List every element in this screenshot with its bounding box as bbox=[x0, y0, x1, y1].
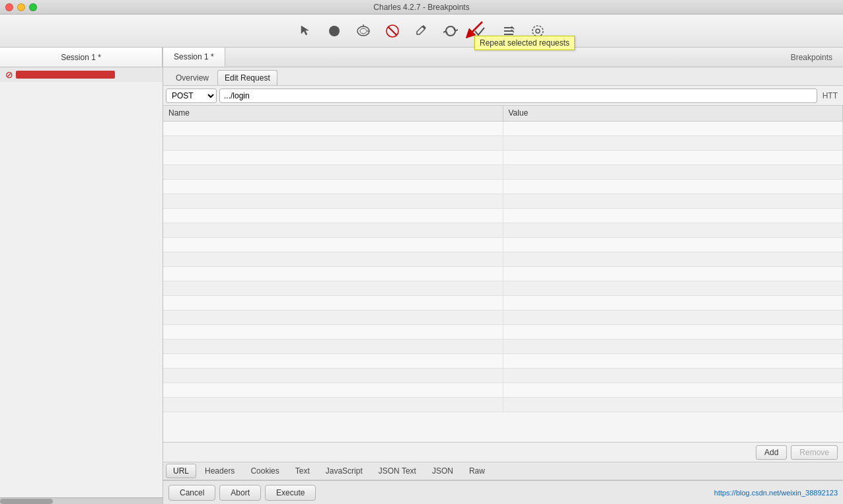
window-controls bbox=[5, 3, 37, 11]
sidebar-spacer bbox=[0, 82, 163, 497]
session-tab[interactable]: Session 1 * bbox=[0, 48, 163, 67]
table-row[interactable] bbox=[163, 369, 843, 383]
url-bar: POST GET PUT DELETE PATCH HTT bbox=[163, 86, 843, 106]
sidebar-item[interactable]: ⊘ bbox=[0, 67, 163, 82]
blurred-url bbox=[16, 71, 115, 79]
maximize-button[interactable] bbox=[29, 3, 37, 11]
table-row[interactable] bbox=[163, 151, 843, 165]
table-rows bbox=[163, 122, 843, 412]
record-button[interactable] bbox=[322, 19, 346, 43]
table-row[interactable] bbox=[163, 180, 843, 194]
add-remove-bar: Add Remove bbox=[163, 442, 843, 462]
svg-point-0 bbox=[329, 26, 340, 36]
footer-bar: Cancel Abort Execute https://blog.csdn.n… bbox=[163, 480, 843, 504]
remove-button[interactable]: Remove bbox=[791, 445, 838, 460]
footer-buttons: Cancel Abort Execute bbox=[168, 485, 316, 501]
table-row[interactable] bbox=[163, 267, 843, 281]
table-row[interactable] bbox=[163, 136, 843, 151]
tab-overview[interactable]: Overview bbox=[168, 70, 216, 85]
toolbar bbox=[0, 15, 843, 48]
content-tabs: Overview Edit Request bbox=[163, 67, 843, 86]
tab-json-text[interactable]: JSON Text bbox=[371, 464, 423, 478]
stop-button[interactable] bbox=[381, 19, 404, 43]
headers-table: Name Value bbox=[163, 106, 843, 442]
table-row[interactable] bbox=[163, 209, 843, 223]
sidebar: Session 1 * ⊘ bbox=[0, 48, 163, 504]
tooltip: Repeat selected requests bbox=[474, 36, 575, 50]
table-row[interactable] bbox=[163, 165, 843, 180]
table-header: Name Value bbox=[163, 106, 843, 122]
cancel-button[interactable]: Cancel bbox=[168, 485, 215, 501]
table-row[interactable] bbox=[163, 325, 843, 340]
table-row[interactable] bbox=[163, 383, 843, 398]
abort-button[interactable]: Abort bbox=[219, 485, 261, 501]
throttle-button[interactable] bbox=[351, 19, 375, 43]
footer-link: https://blog.csdn.net/weixin_38892123 bbox=[714, 489, 838, 497]
add-button[interactable]: Add bbox=[756, 445, 787, 460]
svg-line-6 bbox=[388, 27, 396, 35]
sidebar-scrollbar[interactable] bbox=[0, 497, 163, 504]
table-row[interactable] bbox=[163, 122, 843, 136]
name-column-header: Name bbox=[163, 106, 503, 121]
table-row[interactable] bbox=[163, 194, 843, 209]
svg-point-13 bbox=[532, 26, 543, 36]
right-panel: Session 1 * Breakpoints Overview Edit Re… bbox=[163, 48, 843, 504]
value-column-header: Value bbox=[503, 106, 844, 121]
table-row[interactable] bbox=[163, 354, 843, 369]
table-row[interactable] bbox=[163, 238, 843, 252]
tab-cookies[interactable]: Cookies bbox=[243, 464, 286, 478]
table-row[interactable] bbox=[163, 296, 843, 310]
minimize-button[interactable] bbox=[17, 3, 25, 11]
tab-raw[interactable]: Raw bbox=[462, 464, 492, 478]
error-icon: ⊘ bbox=[5, 69, 13, 80]
table-row[interactable] bbox=[163, 252, 843, 267]
window-title: Charles 4.2.7 - Breakpoints bbox=[373, 3, 469, 12]
table-row[interactable] bbox=[163, 281, 843, 296]
method-select[interactable]: POST GET PUT DELETE PATCH bbox=[166, 89, 217, 103]
tab-edit-request[interactable]: Edit Request bbox=[217, 70, 277, 85]
table-row[interactable] bbox=[163, 310, 843, 325]
table-row[interactable] bbox=[163, 398, 843, 412]
execute-button[interactable]: Execute bbox=[265, 485, 316, 501]
tab-javascript[interactable]: JavaScript bbox=[318, 464, 370, 478]
tab-bar: Session 1 * Breakpoints bbox=[163, 48, 843, 67]
breakpoints-tab[interactable]: Breakpoints bbox=[780, 48, 843, 67]
tab-text[interactable]: Text bbox=[288, 464, 317, 478]
svg-point-2 bbox=[360, 28, 367, 34]
sidebar-tabs: Session 1 * bbox=[0, 48, 163, 67]
edit-button[interactable] bbox=[410, 19, 433, 43]
svg-point-12 bbox=[536, 29, 540, 33]
title-bar: Charles 4.2.7 - Breakpoints bbox=[0, 0, 843, 15]
tooltip-arrow-indicator bbox=[462, 18, 489, 40]
scrollbar-thumb[interactable] bbox=[0, 499, 53, 504]
pointer-tool-button[interactable] bbox=[293, 19, 317, 43]
tab-json[interactable]: JSON bbox=[425, 464, 460, 478]
table-row[interactable] bbox=[163, 223, 843, 238]
close-button[interactable] bbox=[5, 3, 13, 11]
url-input[interactable] bbox=[219, 89, 817, 103]
tab-url[interactable]: URL bbox=[166, 464, 196, 478]
repeat-button[interactable] bbox=[439, 19, 462, 43]
tooltip-text: Repeat selected requests bbox=[480, 38, 569, 48]
session-tab-right[interactable]: Session 1 * bbox=[163, 48, 225, 67]
main-content: Session 1 * ⊘ Session 1 * Breakpoints bbox=[0, 48, 843, 504]
svg-line-15 bbox=[469, 22, 482, 35]
table-row[interactable] bbox=[163, 340, 843, 354]
protocol-label: HTT bbox=[820, 91, 840, 100]
tab-headers[interactable]: Headers bbox=[198, 464, 242, 478]
bottom-tabs: URL Headers Cookies Text JavaScript JSON… bbox=[163, 462, 843, 480]
